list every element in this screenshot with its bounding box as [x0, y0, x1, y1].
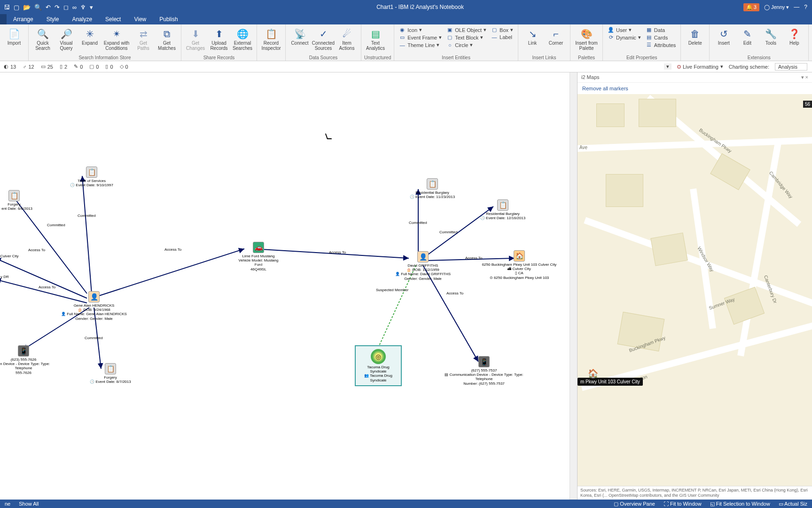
node-theft[interactable]: 📋 Theft of Services 🕓 Event Date: 9/10/1… — [66, 167, 117, 187]
quick-search-button[interactable]: 🔍Quick Search — [31, 25, 54, 51]
user-menu[interactable]: ◯ Jenny ▾ — [764, 4, 789, 10]
house-icon: 🏠 — [514, 250, 525, 262]
text-analytics-button[interactable]: ▤Text Analytics — [364, 25, 387, 51]
expand-button[interactable]: ✳Expand — [78, 25, 101, 46]
node-forgery-2[interactable]: 📋 Forgery 🕓 Event Date: 8/7/2013 — [85, 363, 136, 384]
cards-button[interactable]: ▤Cards — [644, 34, 678, 41]
connect-icon: 📡 — [292, 27, 307, 40]
charting-scheme-select[interactable]: Analysis — [775, 63, 807, 71]
overview-pane-button[interactable]: ▢ Overview Pane — [614, 501, 655, 507]
node-ydr[interactable]: y DR — [0, 275, 14, 279]
attributes-button[interactable]: ☰Attributes — [644, 41, 678, 48]
icon-button[interactable]: ◉Icon ▾ — [397, 26, 444, 33]
node-syndicate-selected[interactable]: ◎ Tacoma Drug Syndicate 👥 Tacoma Drug Sy… — [355, 345, 402, 386]
map-view[interactable]: 56 Ave Buckingham Pkwy Cambridge Way Win… — [578, 94, 812, 486]
tools-ext-button[interactable]: 🔧Tools — [759, 25, 782, 46]
palette-icon: 🎨 — [579, 27, 594, 40]
svg-line-0 — [82, 176, 92, 294]
data-button[interactable]: ▦Data — [644, 26, 678, 33]
undo-icon[interactable]: ↶ — [46, 4, 51, 11]
event-icon: 📋 — [427, 178, 438, 190]
event-frame-button[interactable]: ▭Event Frame ▾ — [397, 34, 444, 41]
label-button[interactable]: —Label — [489, 34, 515, 40]
item-actions-button[interactable]: ☄Item Actions — [336, 25, 358, 51]
insert-ext-label: Insert — [718, 40, 730, 46]
canvas-scrollbar[interactable] — [570, 72, 577, 500]
node-culver-city[interactable]: Culver City — [0, 254, 23, 258]
tab-style[interactable]: Style — [40, 15, 66, 24]
link-button[interactable]: ↘Link — [521, 25, 544, 46]
node-forgery-1[interactable]: 📋 Forgery 🕓 ent Date: 6/6/2013 — [0, 190, 33, 211]
live-formatting-toggle[interactable]: Live Formatting ▾ — [677, 64, 723, 70]
actual-size-button[interactable]: ▭ Actual Siz — [779, 501, 807, 507]
insert-palette-button[interactable]: 🎨Insert from Palette — [573, 25, 600, 51]
ole-object-button[interactable]: ▣OLE Object ▾ — [445, 26, 488, 33]
box-button[interactable]: ▢Box ▾ — [489, 26, 515, 33]
minimize-icon[interactable]: — — [794, 4, 799, 10]
get-paths-button[interactable]: ⇄Get Paths — [132, 25, 155, 51]
node-phone-2[interactable]: 📱 (627) 555-7537 ▤ Communication Device … — [442, 356, 526, 386]
text-block-button[interactable]: ▢Text Block ▾ — [445, 34, 488, 41]
node-res-burglary-1[interactable]: 📋 Residential Burglary 🕓 Event Date: 11/… — [404, 178, 461, 199]
node-house[interactable]: 🏠 6250 Buckingham Pkwy Unit 103 Culver C… — [479, 250, 559, 280]
edit-ext-button[interactable]: ✎Edit — [736, 25, 758, 46]
corner-button[interactable]: ⌐Corner — [545, 25, 567, 46]
tools-icon: 🔧 — [763, 27, 778, 40]
dynamic-button[interactable]: ⟳Dynamic ▾ — [606, 34, 643, 41]
expand-cond-label: Expand with Conditions — [104, 40, 129, 51]
external-searches-label: External Searches — [233, 40, 252, 51]
user-props-button[interactable]: 👤User ▾ — [606, 26, 643, 33]
connect-button[interactable]: 📡Connect — [289, 25, 311, 46]
map-pane-dropdown-icon[interactable]: ▾ × — [801, 74, 808, 80]
delete-button[interactable]: 🗑Delete — [684, 25, 706, 46]
qat-dropdown-icon[interactable]: ▾ — [90, 4, 93, 11]
paths-icon: ⇄ — [136, 27, 151, 40]
new-icon[interactable]: ▢ — [14, 4, 19, 11]
node-vehicle[interactable]: 🚗 Lime Ford Mustang Vehicle Model: Musta… — [230, 242, 287, 271]
tab-select[interactable]: Select — [99, 15, 127, 24]
notification-count: 3 — [754, 4, 757, 10]
visual-query-button[interactable]: 🔎Visual Query — [55, 25, 78, 51]
tab-publish[interactable]: Publish — [153, 15, 184, 24]
tab-arrange[interactable]: Arrange — [7, 15, 40, 24]
node-title: Forgery — [0, 202, 33, 206]
node-david[interactable]: 👤 David GRIFFITHS 🎂 DOB: 1/12/1959 👤 Ful… — [390, 251, 456, 281]
node-gene[interactable]: 👤 Gene Alan HENDRICKS 🎂 DOB: 9/24/1968 👤… — [61, 291, 127, 321]
help-ext-button[interactable]: ❓Help — [783, 25, 805, 46]
node-phone-1[interactable]: 📱 (623) 555-7626 ion Device - Device Typ… — [0, 345, 52, 375]
file-tab[interactable] — [0, 14, 7, 24]
expand-cond-button[interactable]: ✴Expand with Conditions — [102, 25, 131, 51]
fit-selection-button[interactable]: ◱ Fit Selection to Window — [710, 501, 770, 507]
redo-icon[interactable]: ↷ — [55, 4, 60, 11]
connected-sources-button[interactable]: ✓Connected Sources — [312, 25, 335, 51]
tab-analyze[interactable]: Analyze — [65, 15, 99, 24]
upload-records-button[interactable]: ⬆Upload Records — [208, 25, 230, 51]
insert-ext-button[interactable]: ↺Insert — [712, 25, 735, 46]
fit-window-button[interactable]: ⛶ Fit to Window — [664, 501, 702, 507]
map-marker[interactable]: m Pkwy Unit 103 Culver City — [578, 378, 643, 386]
help-icon[interactable]: ? — [804, 4, 807, 10]
node-icon[interactable]: ◻ — [63, 4, 69, 11]
remove-all-markers-link[interactable]: Remove all markers — [578, 83, 812, 94]
expand-cond-icon: ✴ — [109, 27, 124, 40]
external-searches-button[interactable]: 🌐External Searches — [231, 25, 254, 51]
chart-canvas[interactable]: 📋 Theft of Services 🕓 Event Date: 9/10/1… — [0, 72, 570, 500]
import-button[interactable]: 📄Import — [3, 25, 25, 46]
circle-button[interactable]: ○Circle ▾ — [445, 41, 488, 48]
get-changes-button[interactable]: ⬇Get Changes — [184, 25, 207, 51]
search-icon[interactable]: 🔍 — [34, 4, 42, 11]
get-matches-button[interactable]: ⧉Get Matches — [156, 25, 178, 51]
link-icon[interactable]: ∞ — [72, 4, 77, 11]
open-icon[interactable]: 📂 — [23, 4, 31, 11]
record-inspector-button[interactable]: 📋Record Inspector — [260, 25, 282, 51]
notification-badge[interactable]: 🔔 3 — [743, 3, 759, 11]
theme-line-button[interactable]: —Theme Line ▾ — [397, 41, 444, 48]
attributes-label: Attributes — [654, 42, 676, 48]
status-left-2[interactable]: Show All — [19, 501, 39, 507]
save-icon[interactable]: 🖫 — [4, 4, 10, 11]
status-left-1[interactable]: ne — [5, 501, 10, 507]
hierarchy-icon[interactable]: ♆ — [80, 4, 86, 11]
collapse-arrow-icon[interactable]: ▾ — [664, 64, 671, 70]
node-res-burglary-2[interactable]: 📋 Residential Burglary 🕓 Event Date: 12/… — [475, 199, 531, 220]
tab-view[interactable]: View — [127, 15, 153, 24]
